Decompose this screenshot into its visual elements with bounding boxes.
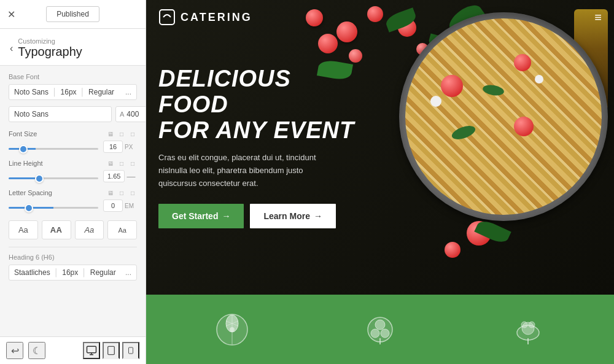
panel-breadcrumb: Customizing [18,37,82,45]
hamburger-icon: ≡ [594,10,602,24]
tablet-device-button[interactable] [103,342,120,359]
base-font-selector[interactable]: Noto Sans │ 16px │ Regular ... [9,84,137,100]
panel-header: ‹ Customizing Typography [0,29,146,66]
hero-buttons: Get Started → Learn More → [158,204,367,228]
panel-content: Base Font Noto Sans │ 16px │ Regular ...… [0,66,146,336]
mobile-icon [127,345,134,356]
font-weight-box: A 400 [115,106,146,122]
font-size-slider-row: 16 PX [9,141,137,153]
font-name-input[interactable] [9,106,112,122]
monitor-icon: 🖥 [106,130,115,138]
undo-icon: ↩ [11,345,19,357]
letter-spacing-label: Letter Spacing [9,189,52,196]
heading6-weight: Regular [90,268,116,277]
font-size-value: 16 [103,141,123,153]
more-options-icon[interactable]: ... [125,88,131,96]
monitor-icon3: 🖥 [106,188,115,197]
heading6-more-icon[interactable]: ... [125,268,131,277]
style-previews: Aa AA Aa Aa [9,220,137,239]
letter-spacing-slider-container [9,200,98,211]
letter-spacing-slider-row: 0 EM [9,199,137,212]
tablet-icon [106,345,116,356]
bowl-tomato-3 [514,54,531,71]
close-button[interactable]: ✕ [7,9,15,20]
letter-spacing-control: Letter Spacing 🖥 □ □ 0 EM [9,188,137,212]
pasta-fill [405,18,602,215]
mobile-device-button[interactable] [122,342,139,359]
bowl-tomato-2 [514,117,534,136]
svg-point-13 [230,327,235,332]
font-size-value-group: 16 PX [103,141,137,153]
logo-svg [158,9,176,26]
monitor-icon2: 🖥 [106,159,115,168]
website-preview: CATERING ≡ DELICIOUS FOOD FOR ANY EVENT … [146,0,614,364]
line-height-unit: — [126,171,135,181]
square-icon6: □ [128,188,137,197]
top-bar: ✕ Published [0,0,146,29]
letter-spacing-value-group: 0 EM [103,199,137,212]
font-size-slider-container [9,141,98,152]
bottom-nav-icons: ↩ ☾ [6,342,45,359]
navbar: CATERING ≡ [146,0,614,34]
letter-spacing-value: 0 [103,199,123,212]
nav-logo: CATERING [158,9,252,26]
panel-title: Typography [18,45,82,59]
line-height-value: 1.65 [103,170,125,182]
main-bowl [399,12,608,221]
back-button[interactable]: ‹ [10,43,13,54]
hero-heading: DELICIOUS FOOD FOR ANY EVENT [158,66,367,143]
svg-rect-0 [87,346,96,353]
moon-icon: ☾ [33,345,41,357]
bowl-tomato-1 [441,75,463,97]
font-name: Noto Sans [14,88,49,96]
font-detail-row: A 400 [9,106,137,122]
square-icon1: □ [117,130,126,138]
line-height-label-row: Line Height 🖥 □ □ [9,159,137,168]
line-height-slider-row: 1.65 — [9,170,137,182]
style-preview-small[interactable]: Aa [107,220,137,239]
device-icons [83,342,139,359]
desktop-icon [86,345,97,356]
svg-point-16 [371,329,379,338]
line-height-icons: 🖥 □ □ [106,159,137,168]
undo-button[interactable]: ↩ [6,342,23,359]
heading6-size: 16px [62,268,78,277]
font-weight-value: 400 [126,110,139,118]
line-height-slider[interactable] [9,177,98,179]
heading6-label: Heading 6 (H6) [9,254,137,261]
heading6-font: Staatliches [14,268,50,277]
desktop-device-button[interactable] [83,342,100,359]
dark-mode-button[interactable]: ☾ [28,342,45,359]
published-button[interactable]: Published [46,6,99,22]
style-preview-italic[interactable]: Aa [75,220,104,239]
line-height-slider-container [9,171,98,182]
divider2: │ [80,88,85,96]
food-icon-1 [211,308,254,351]
square-icon4: □ [128,159,137,168]
style-preview-bold[interactable]: AA [42,220,71,239]
font-size-label-row: Font Size 🖥 □ □ [9,130,137,138]
font-size-slider[interactable] [9,148,98,150]
nav-brand: CATERING [181,11,252,24]
secondary-arrow: → [314,211,322,221]
svg-rect-3 [108,346,115,354]
font-size-display: 16px [61,88,77,96]
letter-spacing-unit: EM [125,203,134,209]
style-preview-normal[interactable]: Aa [9,220,38,239]
square-icon3: □ [117,159,126,168]
hamburger-menu[interactable]: ≡ [594,10,602,25]
svg-point-21 [521,322,527,328]
logo-icon [158,9,176,26]
heading6-selector[interactable]: Staatliches │ 16px │ Regular ... [9,265,137,281]
svg-rect-7 [160,10,174,25]
back-icon: ‹ [10,43,13,53]
food-icon-2 [359,308,402,351]
a-label: A [120,110,124,118]
svg-point-22 [529,322,535,328]
get-started-button[interactable]: Get Started → [158,204,244,228]
bottom-bar: ↩ ☾ [0,336,146,364]
hero-subtext: Cras eu elit congue, placerat dui ut, ti… [158,152,343,190]
learn-more-button[interactable]: Learn More → [250,204,335,228]
tomato-5 [349,49,362,63]
letter-spacing-slider[interactable] [9,207,98,209]
